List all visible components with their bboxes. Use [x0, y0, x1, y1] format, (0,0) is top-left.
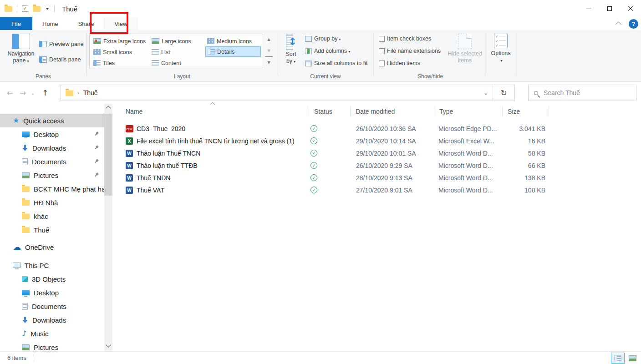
address-bar[interactable]: › Thuế ⌄ ↻ [61, 85, 515, 101]
file-row[interactable]: X File excel tính tính thuế TNCN từ lươn… [113, 135, 641, 147]
sidebar-item-downloads-pinned[interactable]: Downloads [0, 141, 104, 155]
details-view-toggle[interactable] [611, 353, 625, 364]
sidebar-item-label: BCKT MHC Mẹ phat han [34, 185, 104, 193]
layout-extra-large-icons[interactable]: Extra large icons [92, 36, 148, 46]
sidebar-item-quick-access[interactable]: ★ Quick access [0, 114, 104, 127]
sidebar-item-documents-pinned[interactable]: Documents [0, 155, 104, 168]
navigation-pane-label-1: Navigation [7, 51, 34, 57]
scroll-up-chevron-icon[interactable] [106, 106, 111, 111]
file-row[interactable]: W Thuế TNDN ✓ 28/10/2020 9:13 SA Microso… [113, 172, 641, 184]
sidebar-item-thue-folder[interactable]: Thuế [0, 223, 104, 237]
scrollbar-thumb[interactable] [104, 114, 112, 196]
layout-small-icons[interactable]: Small icons [92, 47, 134, 57]
layout-list[interactable]: List [150, 47, 172, 57]
tab-file[interactable]: File [0, 17, 32, 30]
file-size: 108 KB [482, 187, 545, 194]
file-name[interactable]: Thảo luận Thuế TNCN [137, 150, 200, 157]
breadcrumb-folder[interactable]: Thuế [83, 89, 98, 96]
column-header-status[interactable]: Status [314, 108, 332, 115]
pin-icon [94, 172, 99, 178]
large-icons-view-toggle[interactable] [626, 353, 639, 364]
options-icon [494, 34, 508, 48]
sidebar-item-desktop[interactable]: Desktop [0, 286, 104, 299]
layout-medium-icons[interactable]: Medium icons [205, 36, 254, 46]
sidebar-item-bckt-folder[interactable]: BCKT MHC Mẹ phat han [0, 182, 104, 196]
layout-item-label: Large icons [162, 38, 191, 45]
tab-home[interactable]: Home [32, 17, 68, 30]
file-name[interactable]: File excel tính tính thuế TNCN từ lương … [137, 137, 295, 145]
layout-scroll-up-icon[interactable]: ▲ [265, 34, 273, 45]
file-row[interactable]: W Thảo luận Thuế TNCN ✓ 29/10/2020 10:01… [113, 147, 641, 160]
file-name[interactable]: Thuế VAT [137, 187, 164, 194]
preview-pane-button[interactable]: Preview pane [39, 41, 84, 47]
sort-by-button[interactable]: Sort by [280, 34, 301, 65]
details-pane-button[interactable]: Details pane [39, 56, 81, 63]
navigation-pane-button[interactable]: Navigation pane [6, 34, 36, 65]
scroll-down-chevron-icon[interactable] [106, 342, 111, 347]
group-by-icon [305, 36, 312, 42]
column-divider[interactable] [308, 106, 308, 116]
collapse-ribbon-chevron-icon[interactable] [616, 21, 621, 25]
file-name[interactable]: Thảo luận thuế TTĐB [137, 162, 198, 169]
column-divider[interactable] [549, 106, 549, 116]
layout-details-selected[interactable]: Details [205, 46, 261, 57]
refresh-button[interactable]: ↻ [493, 85, 514, 101]
layout-tiles[interactable]: Tiles [92, 58, 117, 68]
sidebar-item-3d-objects[interactable]: 3D Objects [0, 272, 104, 286]
layout-scroll-down-icon[interactable]: ▼ [265, 45, 273, 56]
qat-new-folder-icon[interactable] [33, 6, 41, 12]
search-input[interactable] [543, 89, 620, 97]
search-box[interactable] [528, 85, 636, 101]
up-button[interactable]: ↑ [38, 85, 52, 101]
qat-properties-check-icon[interactable]: ✓ [22, 5, 28, 12]
file-date-modified: 27/10/2020 9:01 SA [356, 187, 412, 194]
item-check-boxes-checkbox[interactable]: Item check boxes [379, 35, 431, 42]
sidebar-item-downloads[interactable]: Downloads [0, 313, 104, 327]
back-button[interactable]: ← [4, 85, 16, 101]
sidebar-item-khac-folder[interactable]: khác [0, 209, 104, 223]
column-header-name[interactable]: Name [126, 108, 142, 115]
file-row[interactable]: W Thuế VAT ✓ 27/10/2020 9:01 SA Microsof… [113, 184, 641, 197]
file-name-extensions-checkbox[interactable]: File name extensions [379, 48, 441, 54]
column-header-date-modified[interactable]: Date modified [356, 108, 395, 115]
column-header-type[interactable]: Type [439, 108, 453, 115]
sidebar-item-music[interactable]: ♪ Music [0, 327, 104, 340]
help-button[interactable]: ? [629, 19, 638, 29]
sidebar-scrollbar[interactable] [104, 104, 112, 351]
sidebar-item-label: Downloads [32, 144, 66, 152]
file-name[interactable]: CD3- Thue 2020 [137, 125, 185, 132]
sidebar-item-label: 3D Objects [32, 275, 66, 283]
group-by-button[interactable]: Group by [305, 35, 341, 42]
recent-locations-chevron-icon[interactable]: ⌄ [28, 85, 37, 101]
forward-button[interactable]: → [16, 85, 29, 101]
layout-large-icons[interactable]: Large icons [150, 36, 193, 46]
column-divider[interactable] [502, 106, 503, 116]
address-dropdown-chevron-icon[interactable]: ⌄ [479, 90, 493, 96]
maximize-button[interactable] [599, 0, 620, 17]
column-header-size[interactable]: Size [508, 108, 520, 115]
sidebar-item-hd-nha-folder[interactable]: HĐ Nhà [0, 196, 104, 209]
sidebar-item-documents[interactable]: Documents [0, 299, 104, 313]
sidebar-item-desktop-pinned[interactable]: Desktop [0, 127, 104, 141]
qat-customize-dropdown-icon[interactable] [45, 7, 50, 10]
hidden-items-checkbox[interactable]: Hidden items [379, 60, 420, 66]
file-row[interactable]: PDF CD3- Thue 2020 ✓ 26/10/2020 10:36 SA… [113, 123, 641, 135]
file-name[interactable]: Thuế TNDN [137, 174, 170, 182]
sidebar-item-onedrive[interactable]: ☁ OneDrive [0, 240, 104, 254]
column-divider[interactable] [434, 106, 434, 116]
close-button[interactable] [620, 0, 641, 17]
minimize-button[interactable] [578, 0, 599, 17]
sidebar-item-this-pc[interactable]: This PC [0, 258, 104, 272]
navigation-pane-label-2: pane [13, 57, 29, 65]
file-date-modified: 26/10/2020 10:36 SA [356, 125, 416, 132]
layout-content[interactable]: Content [150, 58, 183, 68]
size-all-columns-button[interactable]: Size all columns to fit [305, 60, 367, 66]
sidebar-item-pictures-pinned[interactable]: Pictures [0, 168, 104, 182]
column-divider[interactable] [350, 106, 351, 116]
file-row[interactable]: W Thảo luận thuế TTĐB ✓ 26/10/2020 9:29 … [113, 160, 641, 172]
sidebar-item-pictures[interactable]: Pictures [0, 340, 104, 351]
options-button[interactable]: Options [488, 34, 514, 64]
layout-more-icon[interactable]: ▼ [265, 56, 273, 68]
add-columns-button[interactable]: Add columns [305, 48, 350, 54]
item-count: 6 items [7, 354, 26, 361]
